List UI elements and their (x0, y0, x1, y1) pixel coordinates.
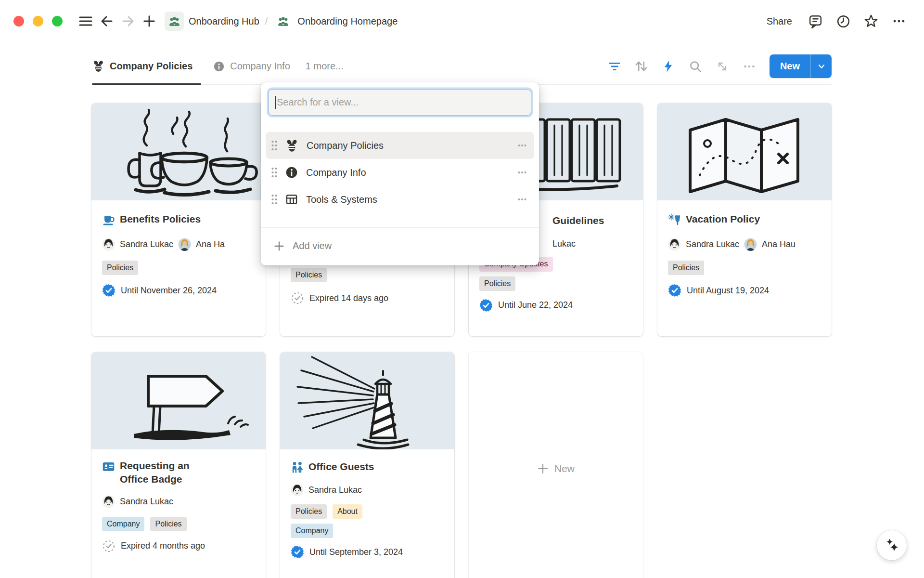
expired-check-icon (102, 539, 116, 553)
topbar-actions: Share (761, 11, 910, 32)
new-card-button[interactable]: New (469, 352, 643, 578)
card-benefits-policies[interactable]: Benefits Policies Sandra Lukac Ana Ha Po… (91, 103, 266, 336)
view-tabs-toolbar: Company Policies Company Info 1 more... (92, 48, 832, 85)
badge-icon (102, 460, 115, 473)
add-view-button[interactable]: Add view (261, 228, 539, 264)
back-button[interactable] (96, 11, 117, 32)
lighthouse-illustration (280, 352, 454, 449)
expand-button[interactable] (711, 57, 734, 76)
close-window-button[interactable] (13, 16, 24, 26)
share-button[interactable]: Share (761, 12, 798, 31)
view-item-company-info[interactable]: Company Info (266, 159, 534, 186)
tag: Company (102, 517, 144, 531)
status-text: Until September 3, 2024 (309, 547, 403, 557)
view-item-tools-systems[interactable]: Tools & Systems (266, 186, 534, 213)
tag: About (333, 504, 362, 519)
verified-badge-icon (102, 284, 116, 297)
more-options-button[interactable] (888, 11, 910, 32)
drag-handle-icon[interactable] (270, 139, 278, 152)
card-title-row: Office Guests (291, 460, 444, 474)
add-view-label: Add view (293, 240, 332, 251)
status-text: Expired 14 days ago (309, 293, 388, 303)
ellipsis-icon (742, 59, 757, 74)
card-title-row: Vacation Policy (668, 212, 821, 226)
card-title: Vacation Policy (686, 212, 760, 226)
breadcrumb-item-homepage[interactable] (273, 12, 293, 31)
avatar (744, 238, 757, 251)
people-icon (291, 461, 304, 474)
breadcrumb-label-hub[interactable]: Onboarding Hub (189, 16, 259, 27)
search-view-button[interactable] (684, 57, 707, 76)
card-body: Vacation Policy Sandra Lukac Ana Hau Pol… (657, 212, 832, 297)
card-cover (280, 352, 454, 449)
view-item-options-button[interactable] (516, 193, 528, 206)
new-record-button[interactable]: New (770, 54, 810, 78)
new-page-button[interactable] (139, 11, 160, 32)
card-status-row: Until September 3, 2024 (291, 545, 444, 559)
avatar (668, 238, 681, 251)
person-name: Ana Ha (196, 239, 225, 250)
people-group-icon (168, 15, 181, 28)
card-body: Requesting an Office Badge Sandra Lukac … (91, 459, 266, 553)
card-title: Office Guests (308, 460, 374, 473)
card-vacation-policy[interactable]: Vacation Policy Sandra Lukac Ana Hau Pol… (657, 103, 832, 336)
drag-handle-icon[interactable] (270, 193, 278, 206)
breadcrumb-label-homepage[interactable]: Onboarding Homepage (297, 16, 398, 27)
notion-window: Onboarding Hub / Onboarding Homepage Sha… (0, 0, 924, 578)
views-list: Company Policies Company Info (261, 132, 539, 213)
view-item-options-button[interactable] (516, 139, 528, 152)
people-group-icon (277, 15, 290, 28)
plus-icon (537, 463, 549, 474)
history-button[interactable] (833, 11, 854, 32)
more-views-button[interactable]: 1 more... (306, 61, 344, 72)
sidebar-menu-button[interactable] (75, 11, 96, 32)
card-requesting-office-badge[interactable]: Requesting an Office Badge Sandra Lukac … (91, 352, 266, 578)
bee-icon (285, 139, 299, 153)
favorite-button[interactable] (860, 11, 882, 32)
card-status-row: Until August 19, 2024 (668, 284, 821, 297)
plus-icon (273, 240, 285, 252)
new-card-label: New (554, 463, 575, 474)
card-office-guests[interactable]: Office Guests Sandra Lukac Policies Abou… (280, 352, 454, 578)
verified-badge-icon (668, 284, 681, 297)
new-record-dropdown-button[interactable] (810, 54, 832, 78)
tab-company-policies[interactable]: Company Policies (92, 48, 201, 84)
view-item-company-policies[interactable]: Company Policies (266, 132, 534, 159)
view-item-label: Company Policies (307, 140, 384, 151)
card-people-row: Sandra Lukac Ana Hau (668, 238, 832, 251)
search-icon (688, 59, 703, 74)
filter-button[interactable] (603, 57, 626, 76)
view-search-input[interactable] (269, 89, 531, 116)
chevron-down-icon (817, 62, 826, 71)
person-name: Ana Hau (762, 239, 796, 250)
verified-badge-icon (479, 299, 493, 312)
automations-button[interactable] (657, 57, 680, 76)
zoom-window-button[interactable] (52, 16, 63, 26)
view-toolbar-actions: New (603, 54, 832, 78)
notion-ai-button[interactable] (877, 530, 907, 560)
drag-handle-icon[interactable] (270, 166, 278, 179)
status-text: Until June 22, 2024 (498, 300, 573, 310)
tab-label: Company Info (230, 61, 290, 72)
breadcrumb-item-hub[interactable] (165, 12, 184, 31)
bee-icon (92, 60, 105, 73)
comments-button[interactable] (805, 11, 826, 32)
view-options-button[interactable] (738, 57, 761, 76)
minimize-window-button[interactable] (33, 16, 43, 26)
view-search (269, 89, 531, 116)
card-body: Office Guests Sandra Lukac Policies Abou… (280, 460, 454, 559)
card-status-row: Until June 22, 2024 (479, 299, 632, 312)
card-cover (657, 103, 832, 200)
forward-button[interactable] (117, 11, 139, 32)
card-tags: Company (291, 524, 444, 538)
tab-company-info[interactable]: Company Info (213, 48, 290, 84)
status-text: Until November 26, 2024 (121, 286, 217, 296)
card-title: Requesting an Office Badge (120, 459, 205, 486)
table-icon (285, 193, 298, 206)
status-text: Expired 4 months ago (121, 541, 205, 551)
view-item-options-button[interactable] (516, 166, 528, 179)
hamburger-icon (78, 13, 93, 29)
sort-button[interactable] (630, 57, 653, 76)
card-people-row: Sandra Lukac Ana Ha (102, 238, 266, 251)
tab-label: Company Policies (110, 61, 192, 72)
